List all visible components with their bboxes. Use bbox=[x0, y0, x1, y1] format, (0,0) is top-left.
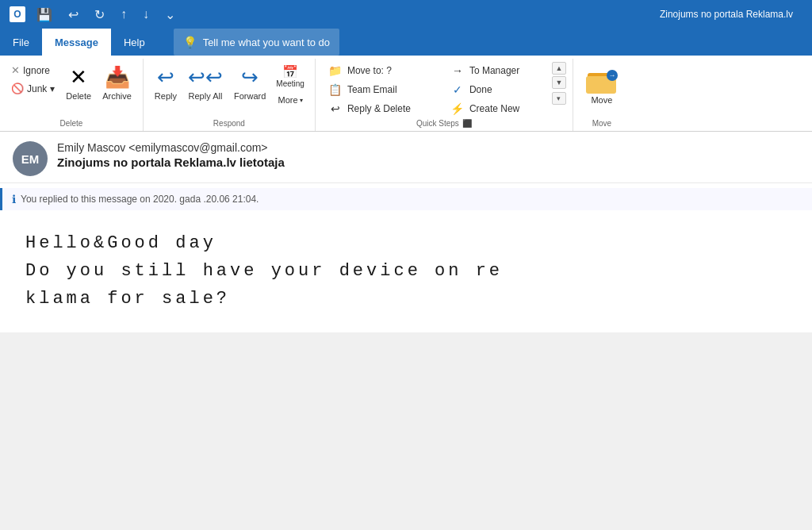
archive-button[interactable]: 📥 Archive bbox=[98, 62, 136, 105]
menu-file[interactable]: File bbox=[0, 29, 42, 56]
search-bar[interactable]: 💡 Tell me what you want to do bbox=[174, 29, 339, 56]
delete-label: Delete bbox=[66, 91, 91, 102]
undo-icon[interactable]: ↩ bbox=[63, 6, 83, 24]
create-new-icon: ⚡ bbox=[450, 102, 465, 115]
quicksteps-expand[interactable]: ▾ bbox=[552, 92, 566, 105]
search-lightbulb-icon: 💡 bbox=[183, 36, 197, 48]
delete-button[interactable]: ✕ Delete bbox=[61, 62, 96, 105]
email-meta: Emily Mascov <emilymascov@gmail.com> Zin… bbox=[57, 141, 799, 169]
quickstep-teamemail[interactable]: 📋 Team Email bbox=[322, 81, 441, 98]
email-subject: Zinojums no portala Reklama.lv lietotaja bbox=[57, 156, 799, 169]
folder-icon: 📁 bbox=[328, 64, 343, 77]
email-header: EM Emily Mascov <emilymascov@gmail.com> … bbox=[0, 132, 812, 183]
junk-arrow-icon: ▾ bbox=[50, 83, 55, 94]
email-replied-notice: ℹ You replied to this message on 2020. g… bbox=[0, 188, 812, 210]
ribbon-group-delete: ✕ Ignore 🚫 Junk ▾ ✕ Delete 📥 Archive Del… bbox=[0, 59, 144, 131]
ribbon-group-move: → Move Move bbox=[573, 59, 630, 131]
done-check-icon: ✓ bbox=[450, 83, 465, 96]
ribbon-group-respond: ↩ Reply ↩↩ Reply All ↪ Forward 📅 Meeting… bbox=[144, 59, 316, 131]
more-dropdown-icon: ▾ bbox=[300, 97, 303, 104]
respond-group-label: Respond bbox=[150, 117, 308, 131]
quickstep-done-label: Done bbox=[469, 84, 492, 95]
junk-icon: 🚫 bbox=[11, 83, 24, 94]
move-label: Move bbox=[591, 95, 612, 106]
meeting-label: Meeting bbox=[276, 79, 304, 88]
meeting-icon: 📅 bbox=[282, 64, 298, 79]
email-body-text: Hello&Good day Do you still have your de… bbox=[25, 229, 787, 313]
quicksteps-content: 📁 Move to: ? 📋 Team Email ↩ Reply & Dele… bbox=[322, 62, 566, 117]
reply-all-button[interactable]: ↩↩ Reply All bbox=[183, 62, 228, 105]
dropdown-icon[interactable]: ⌄ bbox=[160, 6, 180, 24]
move-content: → Move bbox=[580, 62, 624, 117]
forward-icon: ↪ bbox=[241, 65, 259, 90]
menu-help[interactable]: Help bbox=[111, 29, 158, 56]
menu-message[interactable]: Message bbox=[42, 29, 111, 56]
quicksteps-label-text: Quick Steps bbox=[416, 119, 459, 128]
ribbon: ✕ Ignore 🚫 Junk ▾ ✕ Delete 📥 Archive Del… bbox=[0, 56, 812, 132]
quickstep-createnew-label: Create New bbox=[469, 103, 519, 114]
up-icon[interactable]: ↑ bbox=[116, 6, 132, 23]
quickstep-replydelete-label: Reply & Delete bbox=[347, 103, 411, 114]
delete-icon: ✕ bbox=[70, 65, 87, 90]
save-icon[interactable]: 💾 bbox=[32, 6, 57, 24]
redo-icon[interactable]: ↻ bbox=[90, 6, 109, 24]
move-button[interactable]: → Move bbox=[580, 62, 624, 109]
junk-button[interactable]: 🚫 Junk ▾ bbox=[6, 80, 59, 97]
to-manager-icon: → bbox=[450, 64, 465, 77]
quickstep-moveto-label: Move to: ? bbox=[347, 65, 392, 76]
search-placeholder: Tell me what you want to do bbox=[203, 36, 330, 48]
quicksteps-scroll-down[interactable]: ▼ bbox=[552, 76, 566, 89]
email-body: Hello&Good day Do you still have your de… bbox=[0, 210, 812, 332]
reply-all-label: Reply All bbox=[189, 91, 223, 102]
quicksteps-group-label: Quick Steps ⬛ bbox=[416, 117, 472, 131]
meeting-button[interactable]: 📅 Meeting bbox=[272, 62, 308, 90]
ignore-button[interactable]: ✕ Ignore bbox=[6, 62, 59, 79]
title-bar-left: O 💾 ↩ ↻ ↑ ↓ ⌄ bbox=[10, 6, 180, 24]
delete-group-label: Delete bbox=[6, 117, 136, 131]
forward-button[interactable]: ↪ Forward bbox=[229, 62, 270, 105]
title-bar: O 💾 ↩ ↻ ↑ ↓ ⌄ Zinojums no portala Reklam… bbox=[0, 0, 812, 29]
forward-label: Forward bbox=[234, 91, 266, 102]
archive-icon: 📥 bbox=[105, 65, 130, 90]
ignore-label: Ignore bbox=[23, 65, 50, 76]
avatar: EM bbox=[13, 141, 48, 176]
reply-button[interactable]: ↩ Reply bbox=[150, 62, 182, 105]
quicksteps-list-right: → To Manager ✓ Done ⚡ Create New bbox=[444, 62, 547, 117]
reply-icon: ↩ bbox=[157, 65, 174, 90]
quickstep-createnew[interactable]: ⚡ Create New bbox=[444, 100, 547, 117]
quicksteps-label-expand-icon[interactable]: ⬛ bbox=[462, 119, 472, 128]
move-arrow-badge: → bbox=[607, 70, 618, 81]
reply-delete-icon: ↩ bbox=[328, 102, 343, 115]
sender-name: Emily Mascov bbox=[57, 141, 125, 154]
delete-group-content: ✕ Ignore 🚫 Junk ▾ ✕ Delete 📥 Archive bbox=[6, 62, 136, 117]
quickstep-tomanager-label: To Manager bbox=[469, 65, 519, 76]
move-folder-stack: → bbox=[586, 65, 618, 94]
menu-bar: File Message Help 💡 Tell me what you wan… bbox=[0, 29, 812, 56]
info-icon: ℹ bbox=[12, 193, 16, 205]
sender-email: emilymascov@gmail.com bbox=[135, 141, 261, 154]
junk-label: Junk bbox=[27, 83, 47, 94]
team-email-icon: 📋 bbox=[328, 83, 343, 96]
quickstep-teamemail-label: Team Email bbox=[347, 84, 397, 95]
quickstep-moveto[interactable]: 📁 Move to: ? bbox=[322, 62, 441, 79]
reply-all-icon: ↩↩ bbox=[188, 65, 223, 90]
quicksteps-scroll: ▲ ▼ ▾ bbox=[552, 62, 566, 105]
move-group-label: Move bbox=[580, 117, 624, 131]
down-icon[interactable]: ↓ bbox=[138, 6, 154, 23]
replied-text: You replied to this message on 2020. gad… bbox=[21, 194, 259, 205]
app-icon: O bbox=[10, 6, 25, 22]
quickstep-replydelete[interactable]: ↩ Reply & Delete bbox=[322, 100, 441, 117]
more-button[interactable]: More ▾ bbox=[272, 92, 308, 108]
respond-group-content: ↩ Reply ↩↩ Reply All ↪ Forward 📅 Meeting… bbox=[150, 62, 308, 117]
archive-label: Archive bbox=[102, 91, 132, 102]
reply-label: Reply bbox=[155, 91, 177, 102]
quicksteps-scroll-up[interactable]: ▲ bbox=[552, 62, 566, 75]
quickstep-done[interactable]: ✓ Done bbox=[444, 81, 547, 98]
quicksteps-list-left: 📁 Move to: ? 📋 Team Email ↩ Reply & Dele… bbox=[322, 62, 441, 117]
window-title: Zinojums no portala Reklama.lv bbox=[660, 9, 793, 20]
quickstep-tomanager[interactable]: → To Manager bbox=[444, 62, 547, 79]
more-label: More ▾ bbox=[278, 95, 303, 105]
ribbon-group-quicksteps: 📁 Move to: ? 📋 Team Email ↩ Reply & Dele… bbox=[316, 59, 573, 131]
email-area: EM Emily Mascov <emilymascov@gmail.com> … bbox=[0, 132, 812, 332]
ignore-icon: ✕ bbox=[11, 64, 20, 76]
